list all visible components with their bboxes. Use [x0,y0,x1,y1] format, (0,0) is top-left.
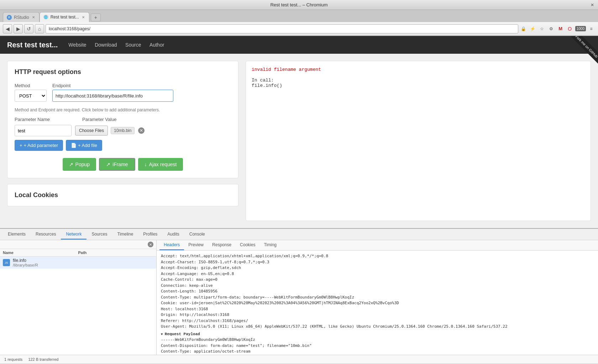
devtools-tab-elements[interactable]: Elements [3,230,31,239]
param-name-input[interactable] [15,125,72,136]
nav-source[interactable]: Source [125,42,141,48]
devtools-tab-profiles[interactable]: Profiles [138,230,162,239]
app-title: Rest test test... [7,41,58,49]
tab-rstudio-label: RStudio [14,15,29,20]
rest-favicon: 🌐 [43,15,48,20]
devtools-tab-timeline[interactable]: Timeline [112,230,138,239]
help-text: Method and Endpoint are required. Click … [15,107,231,112]
back-button[interactable]: ◀ [3,24,12,33]
title-bar: Rest test test... – Chromium ✕ [0,0,598,10]
file-icon: 📄 [71,143,77,148]
local-cookies-title: Local Cookies [15,191,231,199]
tab-rest[interactable]: 🌐 Rest test test... ✕ [40,12,89,22]
network-list-header: Name Path [0,249,156,257]
devtools-tab-audits[interactable]: Audits [162,230,184,239]
item-type-icon: JS [5,261,8,264]
app-nav: Website Download Source Author [68,42,171,48]
http-panel-title: HTTP request options [15,68,231,76]
method-group: Method POST GET PUT DELETE [15,83,47,102]
tab-rstudio-close[interactable]: ✕ [31,15,36,19]
tab-rest-close[interactable]: ✕ [81,15,85,19]
add-param-button[interactable]: + + Add parameter [15,140,63,151]
network-detail-body: Accept: text/html,application/xhtml+xml,… [157,250,598,355]
browser-chrome: R RStudio ✕ 🌐 Rest test test... ✕ + ◀ ▶ … [0,10,598,36]
gmail-icon[interactable]: M [557,25,565,33]
ajax-icon: ↓ [145,162,147,167]
notification-counter[interactable]: 1000 [575,26,586,31]
popup-icon: ↗ [69,162,73,167]
method-endpoint-row: Method POST GET PUT DELETE Endpoint [15,83,231,102]
devtools: Elements Resources Network Sources Timel… [0,228,598,363]
app-header: Rest test test... Website Download Sourc… [0,36,598,54]
tab-rstudio[interactable]: R RStudio ✕ [3,12,40,22]
submit-buttons: ↗ Popup ↗ iFrame ↓ Ajax request [15,158,231,171]
reload-button[interactable]: ↺ [24,24,33,33]
iframe-button[interactable]: ↗ iFrame [99,158,135,171]
detail-tab-response[interactable]: Response [208,240,236,250]
devtools-tab-network[interactable]: Network [61,230,86,239]
detail-tab-cookies[interactable]: Cookies [236,240,259,250]
popup-label: Popup [75,162,90,167]
output-line-1: invalid filename argument [252,67,585,72]
network-item-path: /library/base/R [13,263,38,267]
iframe-label: iFrame [112,162,128,167]
add-file-button[interactable]: 📄 + Add file [66,140,102,151]
endpoint-group: Endpoint [52,83,173,102]
url-bar[interactable] [46,24,518,33]
http-panel: HTTP request options Method POST GET PUT… [0,54,246,228]
network-item-icon: JS [3,259,10,266]
ssl-icon[interactable]: 🔒 [520,25,528,33]
ajax-button[interactable]: ↓ Ajax request [138,158,183,171]
network-right-panel: Headers Preview Response Cookies Timing … [157,240,598,355]
nav-author[interactable]: Author [150,42,164,48]
extensions-icon[interactable]: ⚡ [529,25,537,33]
network-item-fileinfo[interactable]: JS file.info /library/base/R [0,257,156,269]
name-column-header: Name [3,250,78,255]
menu-icon[interactable]: ≡ [587,25,595,33]
forward-button[interactable]: ▶ [14,24,23,33]
param-row: Choose Files 10mb.bin ✕ [15,125,231,136]
path-column-header: Path [78,250,154,255]
action-buttons: + + Add parameter 📄 + Add file [15,140,231,151]
nav-download[interactable]: Download [95,42,117,48]
devtools-tab-sources[interactable]: Sources [86,230,112,239]
network-item-details: file.info /library/base/R [13,258,38,267]
fork-ribbon[interactable]: Fork me on GitHub [566,36,598,67]
http-request-card: HTTP request options Method POST GET PUT… [7,61,238,178]
choose-files-button[interactable]: Choose Files [75,126,108,136]
bookmark-star-icon[interactable]: ☆ [538,25,546,33]
detail-tab-timing[interactable]: Timing [259,240,281,250]
window-close-button[interactable]: ✕ [589,2,595,8]
output-panel: invalid filename argument In call: file.… [246,61,591,221]
request-payload-header[interactable]: Request Payload [161,331,594,337]
request-headers-lines: Accept: text/html,application/xhtml+xml,… [161,253,594,330]
payload-lines: ------WebKitFormBoundaryGm0WlB8HwplKoqIz… [161,337,594,355]
method-select[interactable]: POST GET PUT DELETE [15,90,47,102]
new-tab-button[interactable]: + [91,14,101,21]
devtools-status: 1 requests 122 B transferred [0,355,598,363]
add-file-label: + Add file [78,143,97,148]
home-button[interactable]: ⌂ [35,24,44,33]
popup-button[interactable]: ↗ Popup [63,158,96,171]
requests-count: 1 requests [4,357,22,362]
devtools-tab-resources[interactable]: Resources [31,230,61,239]
detail-tab-preview[interactable]: Preview [184,240,208,250]
method-label: Method [15,83,47,88]
remove-param-button[interactable]: ✕ [138,127,145,134]
add-param-label: + Add parameter [24,143,58,148]
devtools-body: ✕ Name Path JS file.info /library/base/R… [0,240,598,355]
wrench-icon[interactable]: ⚙ [547,25,555,33]
detail-tab-headers[interactable]: Headers [159,240,184,250]
close-panel-button[interactable]: ✕ [148,242,153,247]
toolbar-bar: ◀ ▶ ↺ ⌂ 🔒 ⚡ ☆ ⚙ M O 1000 ≡ [0,22,598,36]
endpoint-input[interactable] [52,90,173,102]
tab-rest-label: Rest test test... [51,15,79,20]
endpoint-label: Endpoint [52,83,173,88]
opera-icon[interactable]: O [566,25,574,33]
devtools-tab-console[interactable]: Console [184,230,210,239]
params-header: Parameter Name Parameter Value [15,117,231,122]
output-line-3: In call: [252,78,585,83]
nav-website[interactable]: Website [68,42,86,48]
param-name-header: Parameter Name [15,117,75,122]
tab-bar: R RStudio ✕ 🌐 Rest test test... ✕ + [0,10,598,22]
